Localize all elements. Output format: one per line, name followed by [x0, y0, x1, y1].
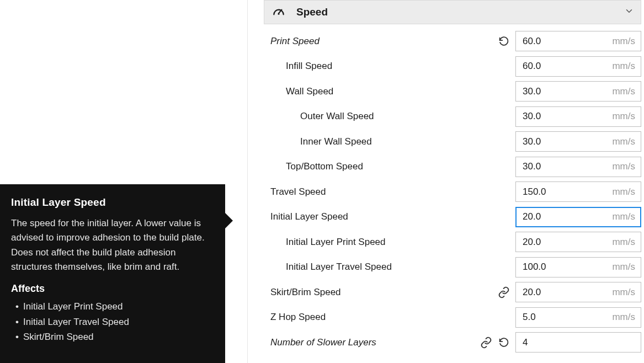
reset-icon[interactable] — [498, 35, 510, 47]
input-value: 20.0 — [523, 211, 541, 222]
reset-icon[interactable] — [498, 337, 510, 349]
setting-label: Wall Speed — [286, 86, 333, 97]
setting-label: Infill Speed — [286, 61, 332, 71]
setting-label: Print Speed — [270, 36, 320, 46]
value-input[interactable]: 5.0 mm/s — [515, 307, 641, 328]
input-value: 20.0 — [523, 237, 541, 248]
speedometer-icon — [271, 5, 286, 19]
row-wall-speed: Wall Speed 30.0 mm/s — [264, 79, 641, 104]
tooltip-description: The speed for the initial layer. A lower… — [11, 216, 214, 274]
tooltip-affects-item: Initial Layer Print Speed — [11, 299, 214, 314]
value-input[interactable]: 100.0 mm/s — [515, 257, 641, 277]
tooltip-affects-heading: Affects — [11, 283, 214, 295]
value-input[interactable]: 30.0 mm/s — [515, 157, 641, 177]
value-input[interactable]: 20.0 mm/s — [515, 232, 641, 252]
divider — [247, 0, 248, 363]
settings-panel: Speed Print Speed 60.0 mm/s Infill Speed… — [264, 0, 641, 355]
input-unit: mm/s — [612, 61, 635, 72]
input-unit: mm/s — [612, 237, 635, 248]
setting-label: Inner Wall Speed — [300, 136, 372, 147]
row-z-hop-speed: Z Hop Speed 5.0 mm/s — [264, 305, 641, 330]
setting-label: Number of Slower Layers — [270, 337, 376, 348]
input-value: 60.0 — [523, 36, 541, 47]
link-icon[interactable] — [480, 337, 492, 349]
setting-tooltip: Initial Layer Speed The speed for the in… — [0, 184, 225, 363]
input-value: 5.0 — [523, 312, 536, 323]
row-print-speed: Print Speed 60.0 mm/s — [264, 29, 641, 54]
value-input[interactable]: 4 — [515, 332, 641, 353]
input-unit: mm/s — [612, 161, 635, 172]
input-unit: mm/s — [612, 287, 635, 298]
link-icon[interactable] — [498, 286, 510, 298]
setting-label: Initial Layer Print Speed — [286, 237, 386, 247]
input-value: 30.0 — [523, 136, 541, 147]
value-input[interactable]: 60.0 mm/s — [515, 56, 641, 77]
value-input[interactable]: 30.0 mm/s — [515, 81, 641, 102]
row-skirt-brim-speed: Skirt/Brim Speed 20.0 mm/s — [264, 280, 641, 305]
row-travel-speed: Travel Speed 150.0 mm/s — [264, 179, 641, 205]
tooltip-affects-list: Initial Layer Print Speed Initial Layer … — [11, 299, 214, 344]
value-input[interactable]: 20.0 mm/s — [515, 282, 641, 302]
row-initial-print-speed: Initial Layer Print Speed 20.0 mm/s — [264, 229, 641, 255]
value-input[interactable]: 30.0 mm/s — [515, 106, 641, 127]
tooltip-affects-item: Skirt/Brim Speed — [11, 329, 214, 344]
row-inner-wall-speed: Inner Wall Speed 30.0 mm/s — [264, 129, 641, 154]
section-header-speed[interactable]: Speed — [264, 0, 641, 24]
row-outer-wall-speed: Outer Wall Speed 30.0 mm/s — [264, 104, 641, 130]
row-slower-layers: Number of Slower Layers 4 — [264, 330, 641, 355]
input-unit: mm/s — [612, 312, 635, 323]
input-value: 30.0 — [523, 111, 541, 122]
tooltip-arrow — [224, 212, 233, 229]
tooltip-title: Initial Layer Speed — [11, 196, 214, 209]
setting-label: Z Hop Speed — [270, 312, 326, 322]
input-value: 30.0 — [523, 86, 541, 97]
row-top-bottom-speed: Top/Bottom Speed 30.0 mm/s — [264, 154, 641, 180]
input-unit: mm/s — [612, 36, 635, 47]
input-value: 150.0 — [523, 186, 546, 197]
input-value: 20.0 — [523, 287, 541, 298]
input-unit: mm/s — [612, 111, 635, 122]
row-initial-travel-speed: Initial Layer Travel Speed 100.0 mm/s — [264, 255, 641, 280]
input-value: 60.0 — [523, 61, 541, 72]
input-unit: mm/s — [612, 211, 635, 222]
setting-label: Initial Layer Speed — [270, 211, 348, 222]
value-input[interactable]: 150.0 mm/s — [515, 182, 641, 202]
input-value: 100.0 — [523, 261, 546, 273]
settings-rows: Print Speed 60.0 mm/s Infill Speed 60.0 … — [264, 29, 641, 355]
setting-label: Top/Bottom Speed — [286, 161, 363, 172]
input-unit: mm/s — [612, 186, 635, 197]
input-unit: mm/s — [612, 261, 635, 273]
value-input[interactable]: 30.0 mm/s — [515, 131, 641, 152]
svg-point-0 — [278, 13, 279, 15]
input-value: 4 — [523, 337, 528, 348]
row-initial-layer-speed: Initial Layer Speed 20.0 mm/s — [264, 205, 641, 230]
setting-label: Skirt/Brim Speed — [270, 287, 341, 297]
section-title: Speed — [296, 6, 624, 18]
setting-label: Outer Wall Speed — [300, 111, 374, 121]
chevron-down-icon — [624, 6, 634, 19]
value-input[interactable]: 60.0 mm/s — [515, 31, 641, 51]
input-unit: mm/s — [612, 86, 635, 97]
setting-label: Initial Layer Travel Speed — [286, 261, 392, 272]
setting-label: Travel Speed — [270, 186, 326, 197]
input-unit: mm/s — [612, 136, 635, 147]
input-value: 30.0 — [523, 161, 541, 172]
row-infill-speed: Infill Speed 60.0 mm/s — [264, 54, 641, 79]
value-input[interactable]: 20.0 mm/s — [515, 207, 641, 227]
tooltip-affects-item: Initial Layer Travel Speed — [11, 314, 214, 329]
